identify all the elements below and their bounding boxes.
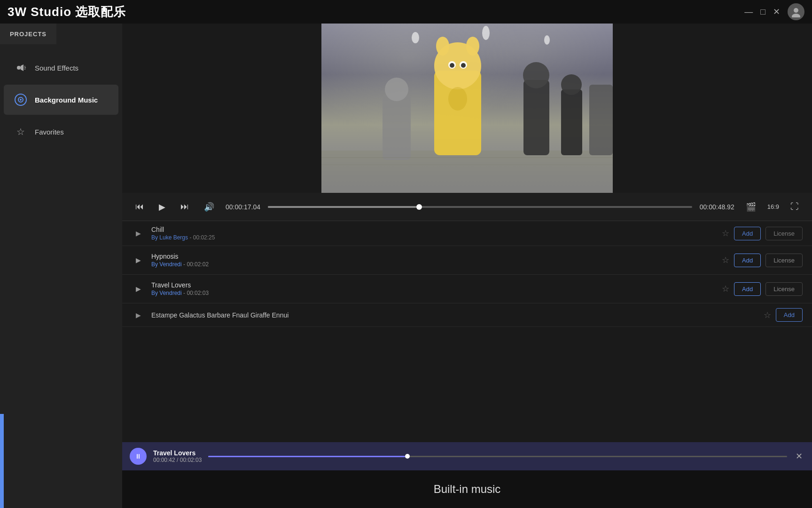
aspect-ratio: 16:9	[767, 203, 779, 210]
np-time-separator: /	[177, 457, 180, 463]
music-item-travel-lovers[interactable]: ▶ Travel Lovers By Vendredi - 00:02:03 ☆…	[122, 275, 812, 303]
now-playing-progress-bar[interactable]	[208, 456, 787, 457]
music-item-chill[interactable]: ▶ Chill By Luke Bergs - 00:02:25 ☆ Add L…	[122, 221, 812, 246]
projects-bar[interactable]: PROJECTS	[0, 24, 56, 44]
svg-point-16	[561, 74, 582, 95]
svg-point-25	[448, 87, 467, 111]
now-playing-bar: ⏸ Travel Lovers 00:00:42 / 00:02:03 ✕	[122, 442, 812, 470]
minimize-button[interactable]: —	[744, 7, 753, 17]
skip-back-button[interactable]: ⏮	[132, 200, 148, 214]
music-item-estampe[interactable]: ▶ Estampe Galactus Barbare Fnaul Giraffe…	[122, 303, 812, 327]
fullscreen-button[interactable]: ⛶	[787, 200, 803, 214]
sidebar: Sound Effects Background Music ☆ Favorit…	[0, 24, 122, 508]
svg-rect-15	[561, 89, 582, 155]
sidebar-sound-effects-label: Sound Effects	[35, 64, 78, 72]
hypnosis-info: Hypnosis By Vendredi - 00:02:02	[151, 253, 715, 268]
volume-button[interactable]: 🔊	[200, 200, 218, 214]
svg-rect-26	[383, 94, 411, 160]
chill-title: Chill	[151, 226, 715, 233]
music-item-hypnosis[interactable]: ▶ Hypnosis By Vendredi - 00:02:02 ☆ Add …	[122, 246, 812, 275]
travel-lovers-add-button[interactable]: Add	[734, 282, 761, 296]
title-bar: 3W Studio 选取配乐 — □ ✕	[0, 0, 812, 24]
play-hypnosis-button[interactable]: ▶	[132, 254, 145, 267]
svg-point-2	[17, 66, 21, 70]
close-button[interactable]: ✕	[773, 7, 780, 17]
chill-meta: By Luke Bergs - 00:02:25	[151, 234, 715, 241]
play-chill-button[interactable]: ▶	[132, 227, 145, 240]
current-time: 00:00:17.04	[226, 203, 260, 211]
hypnosis-author[interactable]: By Vendredi	[151, 261, 182, 268]
left-accent-bar	[0, 414, 4, 508]
sound-effects-icon	[13, 60, 28, 75]
now-playing-progress-fill	[208, 456, 405, 457]
chill-separator: -	[189, 234, 193, 241]
now-playing-progress-thumb[interactable]	[405, 454, 410, 459]
hypnosis-add-button[interactable]: Add	[734, 254, 761, 267]
chill-info: Chill By Luke Bergs - 00:02:25	[151, 226, 715, 241]
window-controls: — □ ✕	[744, 3, 804, 20]
hypnosis-star-button[interactable]: ☆	[722, 255, 729, 265]
play-travel-lovers-button[interactable]: ▶	[132, 282, 145, 295]
skip-forward-button[interactable]: ⏭	[177, 200, 193, 214]
chill-actions: ☆ Add License	[722, 227, 803, 240]
video-preview	[321, 24, 613, 193]
estampe-title: Estampe Galactus Barbare Fnaul Giraffe E…	[151, 311, 757, 319]
hypnosis-license-button[interactable]: License	[765, 254, 803, 267]
svg-point-10	[482, 26, 490, 40]
svg-rect-12	[321, 151, 613, 193]
app-title: 3W Studio 选取配乐	[8, 4, 126, 20]
now-playing-title: Travel Lovers	[153, 449, 202, 457]
estampe-actions: ☆ Add	[764, 308, 803, 322]
sidebar-favorites-label: Favorites	[35, 128, 64, 136]
sidebar-item-background-music[interactable]: Background Music	[4, 85, 118, 115]
svg-point-8	[20, 99, 22, 101]
svg-point-14	[523, 62, 549, 88]
sidebar-item-sound-effects[interactable]: Sound Effects	[4, 53, 118, 83]
svg-point-27	[385, 78, 408, 101]
avatar[interactable]	[788, 3, 804, 20]
video-controls: ⏮ ▶ ⏭ 🔊 00:00:17.04 00:00:48.92 🎬 16:9 ⛶	[122, 193, 812, 221]
svg-point-11	[544, 35, 550, 45]
chill-add-button[interactable]: Add	[734, 227, 761, 240]
svg-rect-13	[523, 80, 549, 155]
clip-icon[interactable]: 🎬	[742, 200, 760, 214]
np-total-time: 00:02:03	[180, 457, 202, 463]
play-button[interactable]: ▶	[155, 200, 169, 214]
chill-star-button[interactable]: ☆	[722, 228, 729, 238]
svg-point-23	[450, 63, 454, 68]
now-playing-close-button[interactable]: ✕	[794, 449, 804, 463]
sidebar-item-favorites[interactable]: ☆ Favorites	[4, 117, 118, 147]
svg-rect-28	[589, 85, 613, 155]
sidebar-background-music-label: Background Music	[35, 96, 98, 104]
play-estampe-button[interactable]: ▶	[132, 309, 145, 322]
estampe-star-button[interactable]: ☆	[764, 310, 771, 320]
video-progress-bar[interactable]	[268, 206, 692, 208]
music-list: ▶ Chill By Luke Bergs - 00:02:25 ☆ Add L…	[122, 221, 812, 470]
chill-license-button[interactable]: License	[765, 227, 803, 240]
travel-lovers-info: Travel Lovers By Vendredi - 00:02:03	[151, 281, 715, 296]
main-content: ⏮ ▶ ⏭ 🔊 00:00:17.04 00:00:48.92 🎬 16:9 ⛶…	[122, 24, 812, 508]
video-progress-thumb[interactable]	[416, 204, 422, 210]
estampe-add-button[interactable]: Add	[776, 308, 803, 322]
travel-lovers-duration: 00:02:03	[187, 290, 209, 296]
bottom-label: Built-in music	[434, 483, 501, 496]
background-music-icon	[13, 92, 28, 107]
maximize-button[interactable]: □	[760, 7, 765, 17]
hypnosis-meta: By Vendredi - 00:02:02	[151, 261, 715, 268]
travel-lovers-star-button[interactable]: ☆	[722, 284, 729, 294]
svg-point-0	[794, 8, 798, 13]
svg-point-24	[461, 63, 466, 68]
svg-point-19	[436, 37, 449, 56]
favorites-icon: ☆	[13, 124, 28, 139]
travel-lovers-author[interactable]: By Vendredi	[151, 290, 182, 296]
np-current-time: 00:00:42	[153, 457, 175, 463]
end-time: 00:00:48.92	[700, 203, 734, 211]
travel-lovers-license-button[interactable]: License	[765, 282, 803, 296]
now-playing-pause-button[interactable]: ⏸	[130, 448, 147, 465]
svg-point-20	[466, 37, 479, 56]
chill-author[interactable]: By Luke Bergs	[151, 234, 188, 241]
video-frame	[321, 24, 613, 193]
estampe-info: Estampe Galactus Barbare Fnaul Giraffe E…	[151, 311, 757, 319]
projects-label: PROJECTS	[10, 31, 47, 38]
scene-svg	[321, 24, 613, 193]
